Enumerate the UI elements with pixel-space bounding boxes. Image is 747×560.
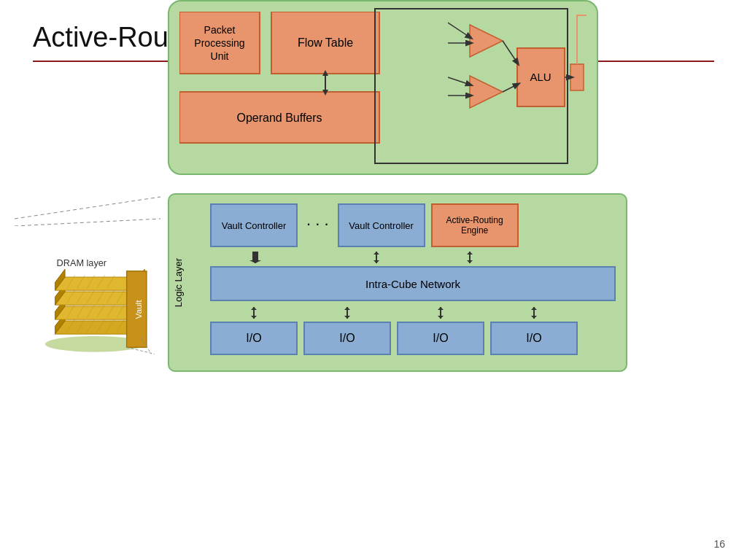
svg-text:Operand Buffers: Operand Buffers xyxy=(236,112,322,124)
slide: Active-Routing Engine Packet Processing … xyxy=(0,0,747,560)
page-number: 16 xyxy=(713,538,725,550)
arrow-io1-down xyxy=(210,307,298,319)
svg-marker-89 xyxy=(438,316,444,319)
svg-marker-91 xyxy=(531,307,537,310)
arrow-vc2-down xyxy=(333,252,420,263)
are-small-box: Active-Routing Engine xyxy=(431,203,519,247)
svg-rect-20 xyxy=(570,64,584,90)
dram-svg: Vault DRAM layer xyxy=(22,211,168,357)
arrow-row-1 xyxy=(210,252,616,263)
svg-text:Flow Table: Flow Table xyxy=(298,36,353,49)
io-row: I/O I/O I/O I/O xyxy=(210,322,616,355)
svg-marker-92 xyxy=(531,316,537,319)
svg-marker-80 xyxy=(467,260,473,263)
logic-layer-label-container: Logic Layer xyxy=(173,195,184,370)
svg-marker-14 xyxy=(470,25,503,57)
mux-alu-svg: ALU xyxy=(448,12,587,165)
ll-content: Vault Controller · · · Vault Controller … xyxy=(210,203,616,355)
top-left-region: Packet Processing Unit Flow Table Operan… xyxy=(179,12,391,165)
bottom-diagram: Logic Layer Vault Controller · · · Vault… xyxy=(168,193,642,383)
svg-text:Unit: Unit xyxy=(211,50,229,62)
logic-layer-box: Logic Layer Vault Controller · · · Vault… xyxy=(168,193,627,372)
svg-text:ALU: ALU xyxy=(530,71,551,83)
icn-box: Intra-Cube Network xyxy=(210,266,616,301)
io-box-4: I/O xyxy=(490,322,578,355)
svg-marker-77 xyxy=(374,260,379,263)
svg-line-19 xyxy=(503,85,517,92)
arrow-io3-down xyxy=(397,307,484,319)
svg-marker-79 xyxy=(467,252,473,254)
svg-marker-88 xyxy=(438,307,444,310)
io-box-2: I/O xyxy=(303,322,391,355)
logic-layer-label: Logic Layer xyxy=(173,258,184,307)
svg-text:Packet: Packet xyxy=(204,24,236,36)
are-outer-box: Packet Processing Unit Flow Table Operan… xyxy=(168,0,598,175)
svg-line-22 xyxy=(448,23,470,37)
svg-marker-83 xyxy=(251,316,257,319)
vault-controller-2: Vault Controller xyxy=(338,203,425,247)
right-mux-alu: ALU xyxy=(448,12,587,165)
svg-marker-15 xyxy=(470,76,503,108)
arrow-are-down xyxy=(426,252,514,263)
dots-separator: · · · xyxy=(306,214,329,236)
io-box-1: I/O xyxy=(210,322,298,355)
top-diagram: Packet Processing Unit Flow Table Operan… xyxy=(168,0,598,190)
ll-top-row: Vault Controller · · · Vault Controller … xyxy=(210,203,616,247)
svg-text:Vault: Vault xyxy=(133,300,144,319)
io-box-3: I/O xyxy=(397,322,484,355)
arrow-row-2 xyxy=(210,307,616,319)
svg-marker-82 xyxy=(251,307,257,310)
svg-marker-76 xyxy=(374,252,379,254)
top-svg: Packet Processing Unit Flow Table Operan… xyxy=(179,12,391,165)
arrow-io2-down xyxy=(303,307,391,319)
vault-controller-1: Vault Controller xyxy=(210,203,298,247)
svg-line-23 xyxy=(448,77,470,85)
svg-line-18 xyxy=(503,41,517,63)
arrow-vc1-down xyxy=(212,252,299,263)
arrow-io4-down xyxy=(490,307,578,319)
svg-text:Processing: Processing xyxy=(194,37,244,49)
dram-stack: Vault DRAM layer xyxy=(22,211,168,357)
svg-marker-86 xyxy=(344,316,350,319)
svg-marker-85 xyxy=(344,307,350,310)
svg-text:DRAM layer: DRAM layer xyxy=(57,257,107,268)
